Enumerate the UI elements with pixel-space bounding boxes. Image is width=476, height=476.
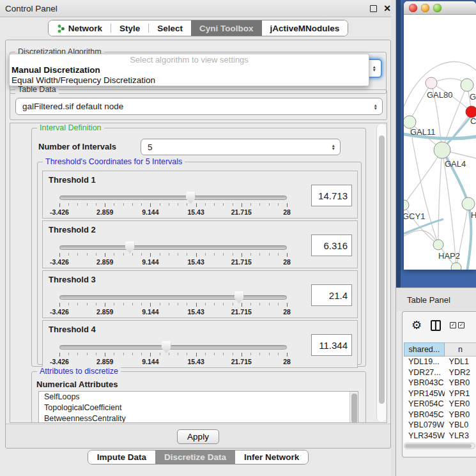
tick-label: -3.426 — [50, 208, 69, 216]
bottom-tab-infer-network[interactable]: Infer Network — [235, 450, 308, 464]
tick-label: 28 — [283, 358, 291, 365]
table-row[interactable]: YBR045CYBR0 — [404, 410, 476, 420]
table-cell: YDR27... — [404, 367, 445, 378]
table-panel-titlebar: Table Panel — [396, 288, 476, 311]
interval-definition-group: Interval Definition Number of Intervals … — [31, 128, 366, 367]
column-header[interactable]: n — [445, 342, 476, 357]
table-row[interactable]: YDL19...YDL1 — [404, 357, 476, 367]
app-root: Control Panel ✕ NetworkStyleSelectCyni T… — [0, 0, 476, 476]
node-table: shared...n YDL19...YDL1YDR27...YDR2YBR04… — [404, 342, 476, 442]
slider-knob[interactable] — [162, 341, 171, 353]
tick-mark — [105, 253, 105, 257]
apply-button[interactable]: Apply — [177, 429, 219, 444]
threshold-slider[interactable]: -3.4262.8599.14415.4321.71528 — [59, 171, 287, 219]
slider-knob[interactable] — [125, 242, 135, 254]
list-item[interactable]: SelfLoops — [39, 392, 358, 403]
column-header[interactable]: shared... — [404, 342, 445, 357]
network-node-gal4[interactable] — [434, 142, 450, 158]
slider-tick-labels: -3.4262.8599.14415.4321.71528 — [59, 308, 287, 316]
tab-select[interactable]: Select — [149, 20, 191, 36]
tick-label: 28 — [283, 308, 291, 316]
bottom-tab-impute-data[interactable]: Impute Data — [88, 450, 155, 464]
slider-track[interactable] — [59, 295, 287, 300]
tab-cyni-toolbox[interactable]: Cyni Toolbox — [191, 20, 262, 36]
tab-jactivemnodules[interactable]: jActiveMNodules — [262, 20, 348, 36]
list-item[interactable]: BetweennessCentrality — [39, 413, 358, 423]
tick-mark — [223, 303, 224, 305]
tick-mark — [205, 253, 206, 256]
tick-mark — [150, 353, 151, 357]
checkbox-checked-icon[interactable]: ✓ — [450, 322, 456, 328]
threshold-value-box[interactable]: 14.713 — [311, 185, 352, 206]
checkbox-checked-icon[interactable]: ✓ — [458, 322, 464, 328]
slider-knob[interactable] — [186, 192, 196, 204]
slider-track[interactable] — [59, 245, 287, 250]
threshold-slider[interactable]: -3.4262.8599.14415.4321.71528 — [59, 221, 287, 269]
numerical-attributes-label: Numerical Attributes — [36, 380, 118, 389]
zoom-window-button[interactable] — [433, 4, 441, 12]
slider-track[interactable] — [59, 196, 287, 200]
close-window-button[interactable] — [409, 4, 417, 12]
tab-network[interactable]: Network — [49, 20, 111, 36]
table-horizontal-scrollbar[interactable] — [404, 443, 475, 449]
table-row[interactable]: YBL079WYBL0 — [404, 420, 476, 431]
tick-mark — [132, 303, 133, 305]
tick-mark — [205, 303, 206, 305]
attributes-list-scrollbar[interactable] — [349, 392, 358, 423]
gear-icon[interactable]: ⚙ — [411, 319, 422, 331]
network-node-h[interactable] — [462, 197, 475, 210]
network-node-hap2[interactable] — [433, 240, 443, 250]
tick-mark — [150, 303, 151, 307]
table-row[interactable]: YPR145WYPR1 — [404, 388, 476, 399]
list-item[interactable]: TopologicalCoefficient — [39, 403, 358, 413]
tick-mark — [59, 303, 60, 307]
num-intervals-combobox[interactable]: 5 ▲▼ — [141, 139, 341, 155]
table-row[interactable]: YIL052CYIL0 — [404, 441, 476, 442]
tick-mark — [132, 203, 133, 206]
network-node-ga[interactable] — [461, 79, 473, 91]
dropdown-option[interactable]: Manual Discretization — [10, 65, 369, 75]
thresholds-group: Threshold's Coordinates for 5 Intervals … — [37, 162, 362, 365]
scrollbar-thumb[interactable] — [405, 444, 472, 448]
threshold-value-box[interactable]: 11.344 — [311, 334, 352, 356]
scrollbar-thumb[interactable] — [351, 394, 357, 423]
threshold-value-box[interactable]: 6.316 — [311, 234, 352, 256]
tick-mark — [150, 253, 151, 257]
network-node-gcy1[interactable] — [404, 200, 409, 210]
tick-label: 9.144 — [142, 308, 158, 316]
slider-track[interactable] — [59, 345, 287, 349]
table-row[interactable]: YLR345WYLR3 — [404, 431, 476, 441]
float-window-icon[interactable] — [370, 5, 377, 12]
network-node-gal11[interactable] — [404, 116, 416, 128]
node-label: GAL11 — [410, 127, 436, 137]
network-node[interactable] — [451, 263, 461, 270]
table-row[interactable]: YER054CYER0 — [404, 399, 476, 410]
network-icon — [57, 24, 65, 33]
tick-mark — [141, 253, 142, 256]
tick-mark — [205, 353, 206, 355]
table-cell: YIL0 — [445, 441, 476, 442]
table-row[interactable]: YBR043CYBR0 — [404, 378, 476, 388]
slider-tick-labels: -3.4262.8599.14415.4321.71528 — [59, 258, 287, 266]
close-icon[interactable]: ✕ — [383, 5, 391, 12]
tick-mark — [96, 203, 96, 206]
slider-knob[interactable] — [234, 291, 244, 303]
panel-vertical-scrollbar[interactable] — [376, 124, 386, 422]
network-node-gal80[interactable] — [426, 77, 437, 89]
table-data-combobox[interactable]: galFiltered.sif default node ▲▼ — [15, 98, 383, 115]
tab-style[interactable]: Style — [111, 20, 148, 36]
split-columns-icon[interactable] — [431, 320, 441, 331]
table-cell: YBL079W — [404, 420, 445, 431]
scrollbar-thumb[interactable] — [379, 135, 385, 404]
threshold-slider[interactable]: -3.4262.8599.14415.4321.71528 — [59, 321, 287, 369]
threshold-slider[interactable]: -3.4262.8599.14415.4321.71528 — [59, 271, 287, 319]
bottom-tab-discretize-data[interactable]: Discretize Data — [155, 450, 235, 464]
table-row[interactable]: YDR27...YDR2 — [404, 367, 476, 378]
minimize-window-button[interactable] — [421, 4, 429, 12]
tick-mark — [105, 353, 105, 357]
tick-mark — [278, 203, 279, 206]
threshold-value-box[interactable]: 21.4 — [311, 284, 352, 306]
network-canvas[interactable]: GAL80GACGAL11GAL4GCY1HHAP2 — [404, 15, 476, 270]
dropdown-option[interactable]: Equal Width/Frequency Discretization — [10, 75, 369, 86]
tick-mark — [114, 303, 114, 305]
